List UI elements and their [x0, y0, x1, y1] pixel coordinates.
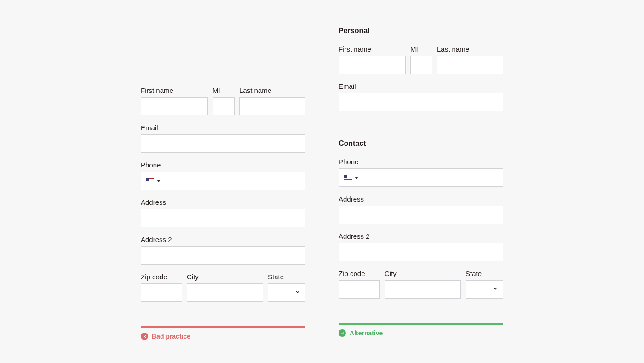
phone-country-selector[interactable]	[141, 172, 165, 190]
last-name-label: Last name	[437, 45, 503, 53]
mi-input[interactable]	[213, 97, 235, 115]
phone-input[interactable]	[165, 172, 305, 190]
last-name-input[interactable]	[239, 97, 305, 115]
check-circle-icon	[339, 329, 346, 337]
email-input[interactable]	[141, 134, 305, 153]
section-divider	[339, 129, 503, 129]
state-label: State	[268, 273, 305, 281]
alternative-badge: Alternative	[339, 329, 503, 337]
address-group: Address	[141, 198, 305, 227]
city-input[interactable]	[187, 283, 263, 302]
bad-practice-text: Bad practice	[152, 333, 190, 340]
name-row: First name MI Last name	[339, 45, 503, 74]
zip-label: Zip code	[141, 273, 182, 281]
mi-input[interactable]	[410, 56, 432, 74]
us-flag-icon	[146, 178, 154, 184]
phone-country-selector[interactable]	[339, 168, 363, 187]
email-label: Email	[339, 82, 503, 90]
first-name-label: First name	[141, 86, 208, 94]
zip-city-state-row: Zip code City State	[141, 273, 305, 302]
phone-input[interactable]	[363, 168, 503, 187]
address2-input[interactable]	[339, 243, 503, 261]
phone-group: Phone	[339, 158, 503, 187]
caret-down-icon	[157, 180, 161, 182]
mi-label: MI	[410, 45, 432, 53]
email-input[interactable]	[339, 93, 503, 111]
contact-section-title: Contact	[339, 139, 503, 148]
state-label: State	[466, 270, 503, 277]
alternative-rule	[339, 323, 503, 325]
bad-practice-badge: Bad practice	[141, 333, 305, 340]
address2-label: Address 2	[141, 236, 305, 243]
bad-practice-rule	[141, 326, 305, 328]
address-group: Address	[339, 195, 503, 224]
first-name-label: First name	[339, 45, 406, 53]
city-label: City	[187, 273, 263, 281]
name-row: First name MI Last name	[141, 86, 305, 115]
personal-section-title: Personal	[339, 27, 503, 35]
zip-input[interactable]	[141, 283, 182, 302]
email-group: Email	[339, 82, 503, 111]
bad-practice-panel: First name MI Last name Email Phone	[141, 27, 305, 340]
phone-label: Phone	[339, 158, 503, 166]
address-label: Address	[339, 195, 503, 203]
city-input[interactable]	[385, 280, 461, 299]
email-label: Email	[141, 124, 305, 132]
email-group: Email	[141, 124, 305, 153]
address-input[interactable]	[141, 209, 305, 227]
comparison-container: First name MI Last name Email Phone	[0, 0, 644, 340]
address2-group: Address 2	[339, 232, 503, 261]
x-circle-icon	[141, 333, 148, 340]
alternative-panel: Personal First name MI Last name Email C…	[339, 27, 503, 340]
zip-city-state-row: Zip code City State	[339, 270, 503, 299]
us-flag-icon	[344, 175, 352, 180]
address2-label: Address 2	[339, 232, 503, 240]
state-select[interactable]	[268, 283, 305, 302]
zip-input[interactable]	[339, 280, 380, 299]
address2-group: Address 2	[141, 236, 305, 265]
city-label: City	[385, 270, 461, 277]
address-label: Address	[141, 198, 305, 206]
zip-label: Zip code	[339, 270, 380, 277]
first-name-input[interactable]	[339, 56, 406, 74]
phone-group: Phone	[141, 161, 305, 190]
last-name-label: Last name	[239, 86, 305, 94]
caret-down-icon	[355, 177, 358, 179]
address2-input[interactable]	[141, 246, 305, 265]
alternative-text: Alternative	[350, 329, 383, 337]
phone-label: Phone	[141, 161, 305, 169]
last-name-input[interactable]	[437, 56, 503, 74]
mi-label: MI	[213, 86, 235, 94]
first-name-input[interactable]	[141, 97, 208, 115]
address-input[interactable]	[339, 206, 503, 224]
state-select[interactable]	[466, 280, 503, 299]
